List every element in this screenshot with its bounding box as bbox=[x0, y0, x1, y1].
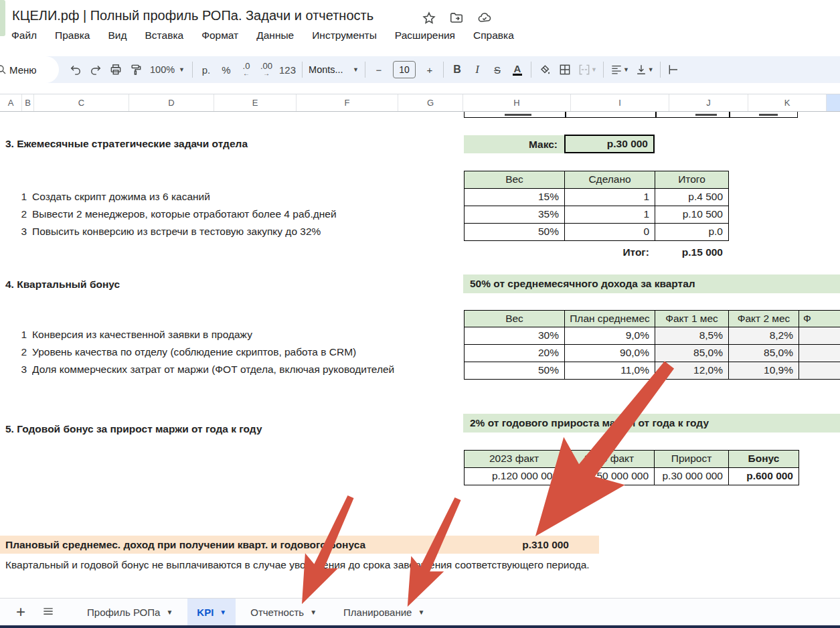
decrease-font-size-button[interactable]: − bbox=[369, 60, 389, 79]
total-label-cell[interactable]: Итог: bbox=[564, 244, 655, 261]
add-sheet-button[interactable]: + bbox=[16, 605, 25, 619]
menu-tools[interactable]: Инструменты bbox=[312, 29, 377, 42]
section-4-banner[interactable]: 50% от среднемесячного дохода за квартал bbox=[463, 274, 840, 293]
text-color-button[interactable]: A bbox=[507, 60, 527, 79]
menu-help[interactable]: Справка bbox=[473, 29, 514, 42]
task-row[interactable]: 1 Конверсия из качественной заявки в про… bbox=[0, 326, 840, 343]
increase-decimal-button[interactable]: .00→ bbox=[256, 60, 276, 79]
merge-cells-button[interactable]: ▼ bbox=[575, 60, 600, 79]
strikethrough-button[interactable]: S bbox=[487, 60, 507, 79]
cloud-status-icon[interactable] bbox=[477, 11, 493, 25]
table-header-cell[interactable]: План среднемес bbox=[565, 311, 655, 327]
table-cell[interactable]: р.120 000 000 bbox=[465, 468, 564, 485]
column-header-B[interactable]: B bbox=[22, 94, 34, 111]
column-header-A[interactable]: A bbox=[0, 94, 22, 111]
zoom-select[interactable]: 100%▼ bbox=[146, 64, 189, 75]
menu-insert[interactable]: Вставка bbox=[145, 29, 184, 42]
italic-button[interactable]: I bbox=[467, 60, 487, 79]
sheet-tab-otchetnost[interactable]: Отчетность▼ bbox=[241, 599, 326, 626]
text-wrap-button[interactable] bbox=[664, 60, 684, 79]
total-value-cell[interactable]: р.15 000 bbox=[655, 244, 728, 261]
column-header-F[interactable]: F bbox=[297, 94, 398, 111]
table-header-cell[interactable]: 2024 факт bbox=[564, 451, 655, 468]
vertical-align-button[interactable]: ▼ bbox=[632, 60, 657, 79]
table-header-cell[interactable]: Ф bbox=[799, 311, 840, 327]
menu-edit[interactable]: Правка bbox=[55, 29, 90, 42]
all-sheets-button[interactable] bbox=[41, 605, 55, 620]
table-cell[interactable]: р.4 500 bbox=[655, 189, 729, 206]
plan-income-row[interactable]: Плановый среднемес. доход при получении … bbox=[0, 536, 599, 554]
table-cell[interactable]: р.30 000 000 bbox=[655, 468, 729, 485]
table-header-cell[interactable]: Вес bbox=[465, 171, 565, 189]
menu-data[interactable]: Данные bbox=[256, 29, 294, 42]
table-cell[interactable]: р.150 000 000 bbox=[564, 468, 655, 485]
print-button[interactable] bbox=[106, 60, 126, 79]
column-header-G[interactable]: G bbox=[398, 94, 463, 111]
table-cell[interactable]: р.0 bbox=[655, 224, 729, 241]
table-header-cell[interactable]: Вес bbox=[465, 311, 565, 327]
section-5-title[interactable]: 5. Годовой бонус за прирост маржи от год… bbox=[5, 423, 262, 435]
column-header-D[interactable]: D bbox=[129, 94, 214, 111]
sheet-grid[interactable]: 3. Ежемесячные стратегические задачи отд… bbox=[0, 112, 840, 598]
column-header-H[interactable]: H bbox=[463, 94, 571, 111]
column-header-J[interactable]: J bbox=[669, 94, 748, 111]
paint-format-button[interactable] bbox=[126, 60, 146, 79]
more-formats-button[interactable]: 123 bbox=[276, 60, 299, 79]
column-header-C[interactable]: C bbox=[34, 94, 129, 111]
table-cell[interactable]: 0 bbox=[565, 224, 655, 241]
fill-color-button[interactable] bbox=[535, 60, 555, 79]
borders-button[interactable] bbox=[555, 60, 575, 79]
table-header-cell[interactable]: Факт 1 мес bbox=[655, 311, 729, 327]
bonus-note[interactable]: Квартальный и годовой бонус не выплачива… bbox=[5, 559, 590, 571]
star-icon[interactable] bbox=[422, 11, 436, 25]
column-header-I[interactable]: I bbox=[571, 94, 669, 111]
chevron-down-icon: ▼ bbox=[353, 66, 359, 73]
section-3-title[interactable]: 3. Ежемесячные стратегические задачи отд… bbox=[5, 138, 248, 150]
task-number: 2 bbox=[16, 343, 27, 361]
table-cell[interactable]: 1 bbox=[565, 189, 655, 206]
redo-button[interactable] bbox=[86, 60, 106, 79]
table-header-cell[interactable]: Сделано bbox=[565, 171, 655, 189]
menu-file[interactable]: Файл bbox=[11, 29, 37, 42]
decrease-decimal-button[interactable]: .0← bbox=[236, 60, 256, 79]
menu-search-pill[interactable]: Меню bbox=[0, 56, 59, 83]
column-header-K[interactable]: K bbox=[748, 94, 827, 111]
font-select[interactable]: Monts...▼ bbox=[306, 60, 361, 79]
table-cell[interactable]: 15% bbox=[465, 189, 565, 206]
increase-font-size-button[interactable]: + bbox=[420, 60, 440, 79]
column-header-highlight[interactable] bbox=[827, 94, 840, 111]
max-value-cell[interactable]: р.30 000 bbox=[564, 135, 655, 153]
horizontal-align-button[interactable]: ▼ bbox=[607, 60, 632, 79]
column-header-E[interactable]: E bbox=[214, 94, 297, 111]
table-cell[interactable]: 50% bbox=[465, 224, 565, 241]
menu-extensions[interactable]: Расширения bbox=[395, 29, 455, 42]
sheet-tab-profil-ropa[interactable]: Профиль РОПа▼ bbox=[78, 599, 182, 626]
table-header-cell[interactable]: Факт 2 мес bbox=[729, 311, 799, 327]
sheet-tab-kpi[interactable]: KPI▼ bbox=[187, 599, 236, 626]
max-label-cell[interactable]: Макс: bbox=[464, 135, 564, 153]
chevron-down-icon: ▼ bbox=[648, 66, 654, 73]
document-title[interactable]: КЦЕЛИ.рф | Полный профиль РОПа. Задачи и… bbox=[12, 8, 373, 23]
font-size-input[interactable]: 10 bbox=[393, 61, 416, 78]
section-4-title[interactable]: 4. Квартальный бонус bbox=[5, 279, 120, 291]
bold-button[interactable]: B bbox=[447, 60, 467, 79]
table-cell[interactable]: 35% bbox=[465, 206, 565, 224]
sheet-tab-planirovanie[interactable]: Планирование▼ bbox=[334, 599, 434, 626]
task-row[interactable]: 3 Доля коммерческих затрат от маржи (ФОТ… bbox=[0, 361, 840, 378]
menu-format[interactable]: Формат bbox=[201, 29, 238, 42]
table-cell[interactable]: р.10 500 bbox=[655, 206, 729, 224]
table-cell[interactable]: р.600 000 bbox=[729, 468, 799, 485]
undo-button[interactable] bbox=[66, 60, 86, 79]
menu-view[interactable]: Вид bbox=[108, 29, 127, 42]
table-cell[interactable]: 1 bbox=[565, 206, 655, 224]
table-header-cell[interactable]: Итого bbox=[655, 171, 729, 189]
format-percent-button[interactable]: % bbox=[216, 60, 236, 79]
table-header-cell[interactable]: Прирост bbox=[655, 451, 729, 468]
task-row[interactable]: 2 Уровень качества по отделу (соблюдение… bbox=[0, 343, 840, 361]
section-5-banner[interactable]: 2% от годового прироста маржи от года к … bbox=[463, 414, 840, 433]
table-header-cell[interactable]: Бонус bbox=[729, 451, 799, 468]
format-currency-button[interactable]: р. bbox=[196, 60, 216, 79]
table-header-cell[interactable]: 2023 факт bbox=[465, 451, 564, 468]
menus-button[interactable]: Меню bbox=[9, 64, 37, 76]
move-folder-icon[interactable] bbox=[449, 11, 464, 25]
